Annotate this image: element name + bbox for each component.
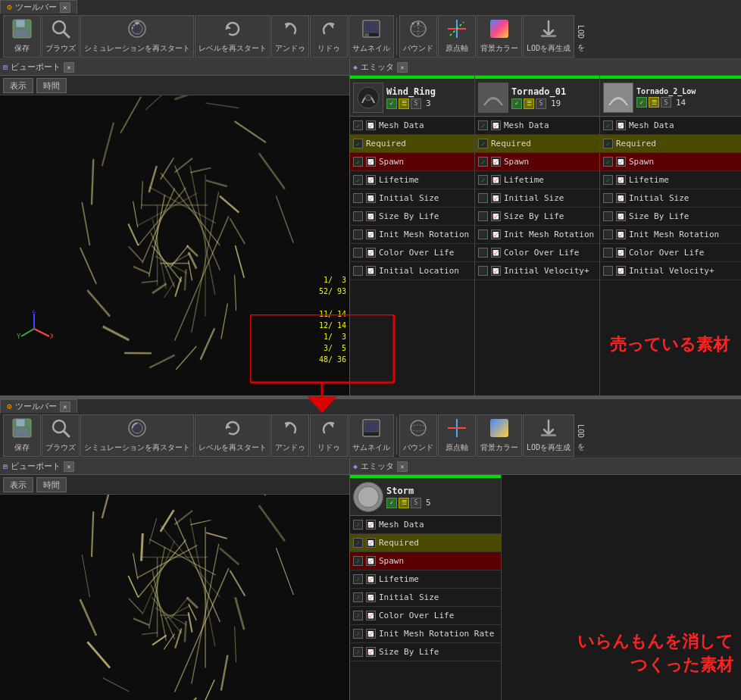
wind-ring-check[interactable]: ✓ [386,98,397,109]
module-item[interactable]: 📈 Init Mesh Rotation [350,226,474,244]
module-graph[interactable]: 📈 [491,120,501,130]
module-graph[interactable]: 📈 [616,120,626,130]
module-check[interactable] [353,520,363,530]
module-check[interactable] [353,538,363,548]
bottom-view-time-button[interactable]: 時間 [36,477,67,492]
bg-color2-button[interactable]: 背景カラー [477,414,522,457]
module-check[interactable] [603,120,613,130]
module-graph[interactable]: 📈 [366,230,376,239]
module-graph[interactable]: 📈 [491,157,501,167]
module-item[interactable]: 📈 Initial Size [350,189,474,208]
module-item[interactable]: 📈 Lifetime [600,171,741,189]
module-graph[interactable]: 📈 [616,230,626,239]
module-item[interactable]: 📈 Lifetime [475,171,599,189]
tornado01-check[interactable]: ✓ [511,98,522,109]
module-check[interactable] [353,211,363,221]
bound-button[interactable]: バウンド [399,15,437,58]
module-graph[interactable]: 📈 [366,211,376,221]
module-item[interactable]: 📈 Size By Life [350,643,501,661]
module-check[interactable] [478,230,488,239]
module-check[interactable] [603,157,613,167]
module-check[interactable] [353,556,363,566]
module-graph[interactable]: 📈 [366,592,376,602]
module-item[interactable]: 📈 Initial Size [350,589,501,607]
module-item[interactable]: 📈 Lifetime [350,570,501,589]
storm-s[interactable]: S [411,498,421,508]
tornado2low-s[interactable]: S [661,97,671,108]
module-item[interactable]: 📈 Color Over Life [600,244,741,262]
module-check[interactable] [353,574,363,584]
top-viewport-close[interactable]: ✕ [64,62,74,73]
storm-icon2[interactable]: ☰ [399,498,409,508]
top-emitter-close[interactable]: ✕ [397,62,408,73]
module-graph[interactable]: 📈 [366,520,376,530]
module-graph[interactable]: 📈 [616,175,626,185]
module-item[interactable]: 📈 Init Mesh Rotation [600,226,741,244]
undo-button[interactable]: アンドゥ [271,15,309,58]
redo-button[interactable]: リドゥ [310,15,348,58]
module-check[interactable] [353,120,363,130]
module-check[interactable] [603,211,613,221]
module-check[interactable] [603,230,613,239]
module-item[interactable]: 📈 Size By Life [600,208,741,226]
module-item[interactable]: Required [475,135,599,153]
module-item[interactable]: 📈 Init Mesh Rotation [475,226,599,244]
module-graph[interactable]: 📈 [616,211,626,221]
module-item[interactable]: 📈 Spawn [350,153,474,171]
bound2-button[interactable]: バウンド [399,414,437,457]
module-graph[interactable]: 📈 [366,266,376,276]
bottom-emitter-close[interactable]: ✕ [397,461,408,472]
level-restart-button[interactable]: レベルを再スタート [195,15,270,58]
origin-axis-button[interactable]: 原点軸 [438,15,476,58]
module-item[interactable]: 📈 Required [350,534,501,552]
module-item[interactable]: 📈 Initial Location [350,262,474,280]
save2-button[interactable]: 保存 [3,414,41,457]
lod2-button[interactable]: LODを再生成 [523,414,574,457]
browse2-button[interactable]: ブラウズ [42,414,80,457]
module-check[interactable] [353,248,363,258]
module-graph[interactable]: 📈 [491,266,501,276]
module-graph[interactable]: 📈 [366,248,376,258]
module-graph[interactable]: 📈 [366,193,376,203]
module-graph[interactable]: 📈 [366,611,376,620]
module-check[interactable] [353,266,363,276]
tornado01-s[interactable]: S [536,98,546,109]
module-check[interactable] [478,175,488,185]
module-check[interactable] [478,120,488,130]
top-toolbar-close[interactable]: ✕ [60,2,70,13]
module-item[interactable]: 📈 Size By Life [350,208,474,226]
origin-axis2-button[interactable]: 原点軸 [438,414,476,457]
module-item[interactable]: 📈 Mesh Data [350,117,474,135]
thumbnail-button[interactable]: サムネイル [349,15,394,58]
module-item[interactable]: 📈 Initial Velocity+ [475,262,599,280]
module-check[interactable] [353,230,363,239]
module-check[interactable] [603,248,613,258]
view-time-button[interactable]: 時間 [36,78,67,93]
module-graph[interactable]: 📈 [366,629,376,639]
view-display-button[interactable]: 表示 [3,78,33,93]
tornado2low-icon2[interactable]: ☰ [649,97,659,108]
wind-ring-icon2[interactable]: ☰ [399,98,409,109]
module-graph[interactable]: 📈 [491,211,501,221]
module-check[interactable] [478,266,488,276]
module-graph[interactable]: 📈 [366,556,376,566]
bg-color-button[interactable]: 背景カラー [477,15,522,58]
module-graph[interactable]: 📈 [366,574,376,584]
bottom-toolbar-close[interactable]: ✕ [60,402,70,412]
module-graph[interactable]: 📈 [491,175,501,185]
module-check[interactable] [353,139,363,148]
module-item[interactable]: 📈 Mesh Data [350,516,501,534]
module-item[interactable]: 📈 Mesh Data [600,117,741,135]
thumbnail2-button[interactable]: サムネイル [349,414,394,457]
browse-button[interactable]: ブラウズ [42,15,80,58]
module-item[interactable]: 📈 Size By Life [475,208,599,226]
module-check[interactable] [478,193,488,203]
tornado2low-check[interactable]: ✓ [636,97,647,108]
level-restart2-button[interactable]: レベルを再スタート [195,414,270,457]
module-check[interactable] [353,193,363,203]
module-check[interactable] [353,611,363,620]
sim-restart2-button[interactable]: シミュレーションを再スタート [80,414,194,457]
save-button[interactable]: 保存 [3,15,41,58]
module-graph[interactable]: 📈 [491,193,501,203]
module-item[interactable]: 📈 Spawn [475,153,599,171]
